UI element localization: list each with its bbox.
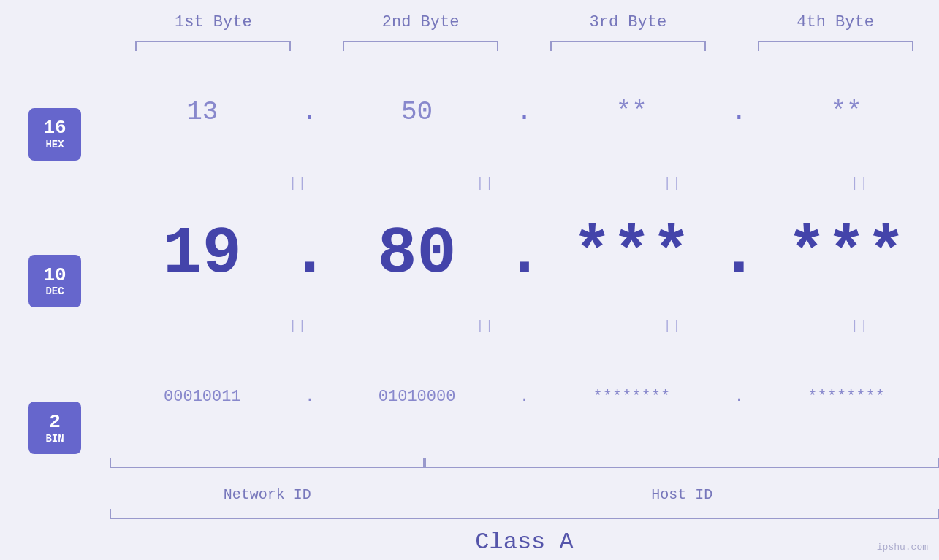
hex-b3-cell: ** xyxy=(539,97,725,127)
hex-b3: ** xyxy=(616,97,647,127)
hex-b1-cell: 13 xyxy=(110,97,295,127)
class-label: Class A xyxy=(475,529,573,556)
bin-badge: 2 BIN xyxy=(28,402,81,454)
dec-b1-cell: 19 xyxy=(110,221,295,287)
bin-b3: ******** xyxy=(593,388,671,406)
bracket-cell-2 xyxy=(317,39,525,53)
bracket-top-3 xyxy=(550,41,706,51)
bin-badge-label: BIN xyxy=(45,433,64,445)
byte-headers-row: 1st Byte 2nd Byte 3rd Byte 4th Byte xyxy=(110,0,939,39)
eq1-b1: || xyxy=(219,176,377,191)
outer-bracket-area xyxy=(110,509,939,523)
eq1-b2: || xyxy=(406,176,564,191)
dec-row: 19 . 80 . *** . *** xyxy=(110,196,939,312)
dec-b3-cell: *** xyxy=(539,221,725,287)
hex-b2-cell: 50 xyxy=(324,97,510,127)
network-id-label: Network ID xyxy=(110,486,425,503)
dec-badge-num: 10 xyxy=(43,265,66,286)
dec-b2: 80 xyxy=(378,221,457,287)
hex-b2: 50 xyxy=(401,97,433,127)
host-id-bracket xyxy=(425,458,939,468)
eq2-b2: || xyxy=(406,318,564,333)
bin-dot2: . xyxy=(510,388,539,406)
hex-badge-num: 16 xyxy=(43,118,66,139)
main-area: 16 HEX 10 DEC 2 BIN 13 . 50 xyxy=(0,53,939,560)
eq-divider-1: || || || || xyxy=(219,170,939,196)
eq1-b4: || xyxy=(781,176,939,191)
byte2-header: 2nd Byte xyxy=(317,13,525,31)
data-columns: 13 . 50 . ** . ** || || xyxy=(110,53,939,560)
bracket-top-2 xyxy=(343,41,498,51)
dec-badge-label: DEC xyxy=(45,285,64,297)
hex-b4: ** xyxy=(831,97,862,127)
bin-row: 00010011 . 01010000 . ******** . *******… xyxy=(110,338,939,455)
dec-b2-cell: 80 xyxy=(324,221,510,287)
main-container: 1st Byte 2nd Byte 3rd Byte 4th Byte 16 H… xyxy=(0,0,939,560)
hex-b1: 13 xyxy=(186,97,218,127)
dec-badge: 10 DEC xyxy=(28,255,81,307)
dec-dot3: . xyxy=(724,217,753,291)
eq2-b3: || xyxy=(594,318,752,333)
bin-badge-num: 2 xyxy=(49,412,61,433)
top-bracket-row xyxy=(110,39,939,53)
bin-b4-cell: ******** xyxy=(753,388,939,406)
bracket-top-4 xyxy=(758,41,913,51)
byte1-header: 1st Byte xyxy=(110,13,317,31)
outer-bracket xyxy=(110,509,939,519)
hex-dot2: . xyxy=(510,97,539,127)
bin-dot1: . xyxy=(295,388,324,406)
eq1-b3: || xyxy=(594,176,752,191)
host-id-label: Host ID xyxy=(425,486,939,503)
bin-dot3: . xyxy=(724,388,753,406)
bracket-top-1 xyxy=(135,41,291,51)
dec-b4: *** xyxy=(787,221,905,287)
dec-b4-cell: *** xyxy=(753,221,939,287)
bottom-bracket-area xyxy=(110,458,939,480)
dec-b3: *** xyxy=(572,221,691,287)
bin-b4: ******** xyxy=(807,388,885,406)
bin-b1-cell: 00010011 xyxy=(110,388,295,406)
watermark: ipshu.com xyxy=(877,542,928,553)
eq2-b4: || xyxy=(781,318,939,333)
bin-b1: 00010011 xyxy=(164,388,241,406)
class-label-row: Class A xyxy=(110,523,939,560)
hex-badge-label: HEX xyxy=(45,139,64,150)
hex-dot1: . xyxy=(295,97,324,127)
bracket-cell-4 xyxy=(731,39,939,53)
hex-row: 13 . 50 . ** . ** xyxy=(110,53,939,170)
eq2-b1: || xyxy=(219,318,377,333)
hex-dot3: . xyxy=(724,97,753,127)
bracket-cell-3 xyxy=(525,39,732,53)
bin-b2: 01010000 xyxy=(379,388,456,406)
hex-b4-cell: ** xyxy=(753,97,939,127)
bin-b3-cell: ******** xyxy=(539,388,725,406)
bin-b2-cell: 01010000 xyxy=(324,388,510,406)
badges-column: 16 HEX 10 DEC 2 BIN xyxy=(0,53,110,560)
byte3-header: 3rd Byte xyxy=(525,13,732,31)
bracket-cell-1 xyxy=(110,39,317,53)
dec-dot2: . xyxy=(510,217,539,291)
hex-badge: 16 HEX xyxy=(28,108,81,161)
byte4-header: 4th Byte xyxy=(731,13,939,31)
network-id-bracket xyxy=(110,458,425,468)
dec-dot1: . xyxy=(295,217,324,291)
id-labels-row: Network ID Host ID xyxy=(110,480,939,509)
eq-divider-2: || || || || xyxy=(219,312,939,338)
dec-b1: 19 xyxy=(163,221,242,287)
